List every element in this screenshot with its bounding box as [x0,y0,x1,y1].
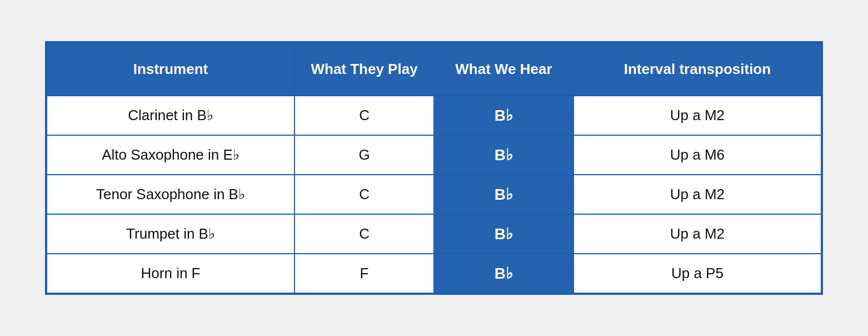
cell-interval-transposition: Up a P5 [573,254,821,293]
cell-what-they-play: F [295,254,434,293]
header-what-they-play: What They Play [295,43,434,96]
cell-what-we-hear: B♭ [434,135,573,175]
table-row: Trumpet in B♭CB♭Up a M2 [47,214,821,254]
cell-what-they-play: G [295,135,434,175]
header-interval-transposition: Interval transposition [573,43,821,96]
cell-interval-transposition: Up a M6 [573,135,821,175]
cell-instrument: Horn in F [47,254,295,293]
cell-what-they-play: C [295,175,434,214]
cell-instrument: Tenor Saxophone in B♭ [47,175,295,214]
header-row: Instrument What They Play What We Hear I… [47,43,821,96]
cell-interval-transposition: Up a M2 [573,214,821,254]
table-row: Alto Saxophone in E♭GB♭Up a M6 [47,135,821,175]
header-instrument: Instrument [47,43,295,96]
header-what-we-hear: What We Hear [434,43,573,96]
cell-what-we-hear: B♭ [434,254,573,293]
cell-interval-transposition: Up a M2 [573,96,821,135]
cell-what-they-play: C [295,214,434,254]
cell-what-we-hear: B♭ [434,175,573,214]
cell-instrument: Trumpet in B♭ [47,214,295,254]
cell-what-we-hear: B♭ [434,96,573,135]
transposition-table: Instrument What They Play What We Hear I… [45,41,823,295]
table-row: Horn in FFB♭Up a P5 [47,254,821,293]
cell-instrument: Clarinet in B♭ [47,96,295,135]
cell-what-they-play: C [295,96,434,135]
table-row: Tenor Saxophone in B♭CB♭Up a M2 [47,175,821,214]
cell-instrument: Alto Saxophone in E♭ [47,135,295,175]
table-row: Clarinet in B♭CB♭Up a M2 [47,96,821,135]
cell-what-we-hear: B♭ [434,214,573,254]
cell-interval-transposition: Up a M2 [573,175,821,214]
